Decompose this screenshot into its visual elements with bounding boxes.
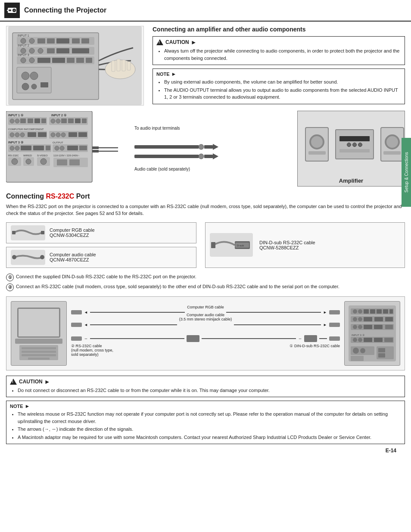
right-speaker	[380, 127, 404, 162]
svg-rect-144	[385, 317, 393, 321]
svg-point-141	[358, 317, 362, 321]
svg-point-2	[13, 9, 15, 11]
svg-rect-52	[34, 118, 40, 123]
svg-text:INPUT 3: INPUT 3	[18, 53, 29, 56]
connector-left-2	[71, 323, 82, 327]
svg-rect-29	[86, 58, 92, 63]
svg-point-49	[15, 119, 19, 123]
svg-rect-28	[76, 58, 84, 63]
svg-rect-86	[79, 146, 87, 150]
svg-point-69	[51, 133, 55, 137]
svg-point-70	[56, 133, 60, 137]
svg-rect-124	[15, 339, 62, 344]
svg-point-147	[358, 325, 362, 329]
svg-text:D-sub: D-sub	[237, 244, 244, 247]
svg-rect-79	[33, 146, 44, 150]
svg-text:INPUT 2 ①: INPUT 2 ①	[51, 114, 67, 117]
amp-tape-slot	[339, 149, 370, 152]
rs232c-section: Connecting RS-232C Port When the RS-232C…	[6, 193, 405, 445]
rs232c-arrows: ↔	[84, 336, 88, 341]
svg-rect-143	[374, 317, 383, 321]
din-cable-box: D-sub DIN-D-sub RS-232C cableQCNW-5288CE…	[205, 222, 405, 268]
section1-title: Connecting an amplifier and other audio …	[153, 26, 405, 33]
svg-rect-102	[92, 146, 99, 149]
svg-point-84	[60, 146, 64, 150]
svg-point-132	[353, 309, 357, 314]
audio-cable-box: Computer audio cableQCNW-4870CEZZ	[6, 247, 196, 268]
svg-point-153	[353, 338, 357, 342]
svg-point-140	[353, 317, 357, 321]
rs232c-title-rest: Port	[74, 193, 90, 200]
svg-rect-58	[68, 118, 74, 123]
caution-arrow-1: ►	[191, 39, 197, 46]
caution-triangle-icon	[156, 39, 163, 45]
rs232c-title: Connecting RS-232C Port	[6, 193, 405, 200]
note-box-1: NOTE ► By using external audio component…	[153, 68, 405, 104]
rgb-arrow-right: ►	[323, 310, 327, 314]
connection-diagram: ◄ Computer RGB cable ► ◄ Computer audio …	[6, 296, 405, 370]
svg-point-97	[40, 159, 47, 165]
caution-box-1: CAUTION ► Always turn off the projector …	[153, 36, 405, 65]
svg-point-71	[61, 133, 65, 137]
svg-rect-12	[56, 38, 69, 44]
svg-rect-165	[378, 353, 385, 358]
amp-controls	[347, 143, 362, 147]
rgb-cable-svg	[12, 226, 44, 239]
rs232c-description: When the RS-232C port on the projector i…	[6, 203, 405, 217]
svg-point-18	[38, 48, 43, 53]
svg-rect-110	[134, 155, 199, 158]
connector-left-3	[71, 336, 82, 341]
svg-rect-60	[82, 118, 87, 123]
svg-rect-112	[204, 155, 213, 158]
bottom-caution-label: CAUTION	[19, 379, 43, 385]
audio-diagram-section: INPUT 1 ① INPUT 2 ① COMPUTER IN/COMPON	[6, 111, 405, 187]
rgb-arrow-left: ◄	[84, 310, 88, 314]
bottom-note-list: The wireless mouse or RS-232C function m…	[10, 411, 401, 441]
svg-rect-157	[384, 338, 393, 342]
svg-point-39	[31, 84, 37, 89]
audio-arrow-right: ►	[323, 323, 327, 327]
svg-rect-127	[22, 351, 56, 353]
rs232c-title-plain: Connecting	[6, 193, 46, 200]
svg-point-64	[15, 133, 19, 137]
svg-rect-51	[28, 118, 33, 123]
rgb-cable-image	[11, 225, 45, 240]
rs232c-line-3	[319, 338, 327, 339]
rs232c-cable-row: ↔ ↔	[71, 335, 340, 342]
svg-text:INPUT 2: INPUT 2	[18, 44, 29, 47]
rgb-cable-box: Computer RGB cableQCNW-5304CEZZ	[6, 222, 196, 243]
svg-rect-126	[22, 347, 56, 349]
svg-rect-128	[22, 354, 56, 356]
diagram-cable-labels: ◄ Computer RGB cable ► ◄ Computer audio …	[67, 310, 344, 357]
svg-point-159	[353, 348, 359, 354]
left-speaker	[305, 127, 329, 162]
rgb-line	[90, 312, 185, 313]
svg-rect-67	[38, 132, 47, 137]
svg-point-37	[30, 72, 38, 80]
svg-rect-101	[69, 159, 80, 165]
step-1-num: ①	[6, 274, 14, 281]
svg-rect-13	[72, 38, 80, 44]
audio-line-2	[234, 324, 321, 325]
svg-point-16	[21, 48, 26, 53]
amp-knob-1	[347, 143, 351, 147]
steps-list: ① Connect the supplied DIN-D-sub RS-232C…	[6, 273, 405, 291]
svg-rect-3	[9, 9, 11, 11]
bottom-caution-box: CAUTION ► Do not connect or disconnect a…	[6, 376, 405, 398]
svg-rect-32	[117, 59, 120, 71]
audio-line	[90, 324, 177, 325]
svg-rect-137	[383, 309, 388, 314]
svg-point-107	[199, 144, 204, 149]
bottom-caution-triangle-icon	[10, 379, 17, 385]
svg-text:OUTPUT: OUTPUT	[53, 141, 63, 144]
note-item-1-1: The AUDIO OUTPUT terminal allows you to …	[164, 87, 401, 101]
svg-rect-150	[385, 325, 393, 329]
svg-rect-10	[37, 38, 45, 44]
bottom-note-label: NOTE	[10, 404, 23, 409]
svg-point-23	[21, 58, 26, 63]
svg-point-56	[56, 119, 60, 123]
svg-rect-25	[37, 58, 50, 63]
amplifier-illustration	[300, 113, 409, 176]
svg-point-133	[358, 309, 362, 314]
speaker-base-right	[383, 151, 401, 155]
